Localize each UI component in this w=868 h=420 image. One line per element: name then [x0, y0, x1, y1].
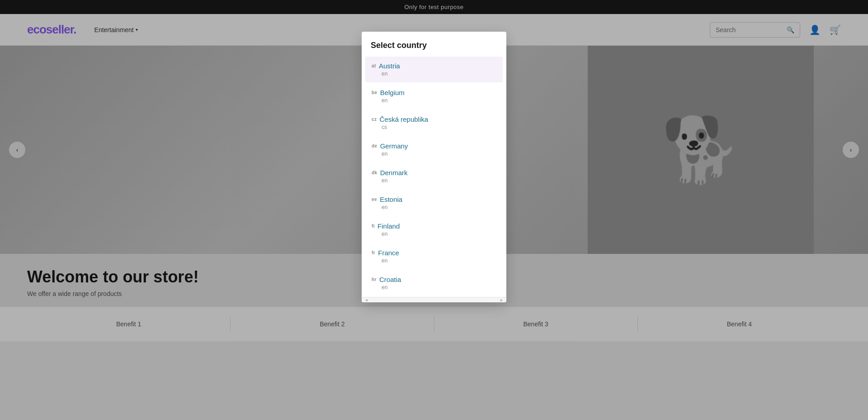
country-name: Germany: [380, 142, 408, 150]
country-name-row: hr Croatia: [372, 276, 496, 283]
modal-title: Select country: [362, 32, 506, 56]
country-name-row: dk Denmark: [372, 169, 496, 177]
country-list[interactable]: at Austria en be Belgium en cz Česká rep…: [362, 56, 506, 297]
country-item[interactable]: fr France en: [365, 243, 503, 269]
country-item[interactable]: hr Croatia en: [365, 270, 503, 296]
country-item[interactable]: ee Estonia en: [365, 190, 503, 216]
country-name: Finland: [377, 222, 400, 230]
country-select-modal: Select country at Austria en be Belgium …: [362, 32, 506, 302]
country-lang: en: [372, 97, 496, 104]
country-item[interactable]: cz Česká republika cs: [365, 110, 503, 136]
country-name: Estonia: [380, 196, 402, 203]
country-lang: en: [372, 258, 496, 264]
country-item[interactable]: dk Denmark en: [365, 163, 503, 189]
country-code: fr: [372, 250, 375, 255]
country-code: dk: [372, 170, 377, 175]
country-code: fi: [372, 224, 375, 229]
modal-scrollbar-bottom: ◂ ▸: [362, 297, 506, 302]
country-name-row: ee Estonia: [372, 196, 496, 203]
country-name-row: de Germany: [372, 142, 496, 150]
country-name-row: be Belgium: [372, 89, 496, 96]
country-name: Belgium: [380, 89, 405, 96]
country-lang: en: [372, 231, 496, 237]
country-code: at: [372, 63, 376, 68]
country-lang: en: [372, 71, 496, 77]
country-item[interactable]: be Belgium en: [365, 83, 503, 109]
country-item[interactable]: fi Finland en: [365, 217, 503, 243]
country-lang: en: [372, 204, 496, 210]
country-name-row: fi Finland: [372, 222, 496, 230]
country-name: France: [378, 249, 399, 257]
country-code: ee: [372, 197, 377, 202]
country-code: be: [372, 90, 377, 95]
modal-overlay[interactable]: Select country at Austria en be Belgium …: [0, 0, 868, 420]
country-name-row: at Austria: [372, 62, 496, 70]
country-name: Denmark: [380, 169, 408, 177]
country-name: Croatia: [379, 276, 401, 283]
country-name-row: fr France: [372, 249, 496, 257]
country-code: hr: [372, 277, 377, 282]
country-item[interactable]: de Germany en: [365, 137, 503, 162]
country-lang: en: [372, 284, 496, 291]
country-item[interactable]: at Austria en: [365, 57, 503, 82]
country-name: Česká republika: [380, 115, 429, 123]
scroll-right-icon[interactable]: ▸: [500, 297, 503, 302]
country-name-row: cz Česká republika: [372, 115, 496, 123]
country-code: de: [372, 143, 377, 148]
country-lang: en: [372, 151, 496, 157]
country-name: Austria: [379, 62, 400, 70]
scroll-left-icon[interactable]: ◂: [365, 297, 368, 302]
country-lang: cs: [372, 124, 496, 130]
country-lang: en: [372, 177, 496, 184]
country-code: cz: [372, 117, 377, 122]
